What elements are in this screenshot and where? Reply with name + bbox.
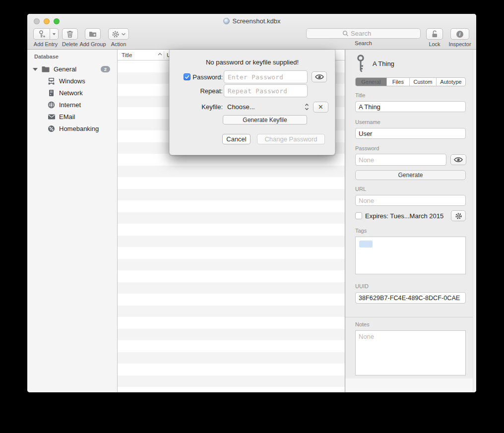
inspector-group: i Inspector: [448, 28, 472, 47]
cancel-button[interactable]: Cancel: [222, 134, 251, 144]
info-icon: i: [456, 31, 463, 38]
tab-autotype[interactable]: Autotype: [437, 78, 465, 86]
action-label: Action: [111, 41, 126, 47]
username-field[interactable]: [355, 128, 466, 139]
inspector-header: A Thing: [355, 54, 466, 73]
inspector-scrollbar[interactable]: [473, 50, 476, 392]
delete-button[interactable]: [62, 28, 78, 40]
inspector-label: Inspector: [448, 41, 471, 47]
url-field[interactable]: [355, 195, 466, 206]
generate-password-button[interactable]: Generate: [355, 170, 466, 180]
search-group: Search: [306, 28, 421, 46]
expires-label: Expires: Tues...March 2015: [365, 212, 449, 220]
sheet-repeat-label: Repeat:: [200, 87, 223, 95]
lock-button[interactable]: [426, 28, 443, 40]
notes-field-label: Notes: [355, 321, 466, 327]
sidebar-section-header: Database: [27, 50, 117, 60]
app-window: Screenshot.kdbx Add Entry: [27, 14, 476, 392]
stepper-icon: [305, 103, 309, 111]
clear-keyfile-button[interactable]: ×: [313, 102, 328, 113]
uuid-field[interactable]: [355, 292, 466, 304]
generate-keyfile-button[interactable]: Generate Keyfile: [223, 115, 307, 124]
keyfile-value: Choose...: [227, 103, 305, 111]
chevron-down-icon: [53, 33, 56, 35]
entry-title: A Thing: [373, 60, 394, 67]
add-entry-label: Add Entry: [34, 41, 58, 47]
password-field[interactable]: [355, 154, 446, 166]
sort-ascending-icon: [158, 53, 162, 56]
inspector-panel: A Thing General Files Custom Autotype Ti…: [345, 50, 476, 392]
sidebar-item-email[interactable]: EMail: [27, 111, 117, 123]
expires-settings-button[interactable]: [451, 210, 466, 221]
action-button[interactable]: [108, 28, 129, 40]
delete-group: Delete: [60, 28, 80, 47]
trash-icon: [66, 30, 74, 38]
reveal-password-button[interactable]: [450, 154, 466, 165]
document-proxy-icon[interactable]: [223, 18, 230, 24]
windows-network-icon: [47, 77, 56, 85]
gear-icon: [455, 212, 462, 220]
tab-files[interactable]: Files: [387, 78, 410, 86]
disclosure-triangle-icon[interactable]: [33, 68, 38, 71]
title-field-label: Title: [355, 92, 466, 98]
title-field[interactable]: [355, 101, 466, 112]
section-divider: [345, 317, 476, 317]
sidebar-item-internet[interactable]: Internet: [27, 99, 117, 111]
change-password-sheet: No password or keyfile supplied! Passwor…: [169, 50, 335, 155]
add-group-button[interactable]: [85, 28, 101, 40]
close-x-icon: ×: [318, 103, 323, 112]
sidebar-item-windows[interactable]: Windows: [27, 75, 117, 87]
window-title: Screenshot.kdbx: [27, 17, 476, 25]
password-checkbox[interactable]: [184, 73, 190, 80]
sidebar-item-label: Network: [59, 89, 83, 97]
uuid-field-label: UUID: [355, 283, 466, 289]
notes-field[interactable]: [355, 330, 466, 375]
entry-count-badge: 2: [101, 66, 110, 72]
sidebar-item-general[interactable]: General 2: [27, 63, 117, 75]
search-input[interactable]: [351, 30, 417, 37]
eye-icon: [453, 156, 463, 163]
column-divider[interactable]: [164, 51, 164, 59]
percent-coin-icon: [48, 125, 55, 132]
keyfile-popup[interactable]: Choose...: [224, 101, 309, 113]
url-field-label: URL: [355, 186, 466, 192]
sidebar-item-homebanking[interactable]: Homebanking: [27, 123, 117, 134]
tag-pill[interactable]: [359, 241, 373, 247]
inspector-footer: [345, 378, 473, 392]
add-entry-button[interactable]: [33, 28, 59, 40]
change-password-button[interactable]: Change Password: [257, 134, 325, 144]
add-entry-dropdown[interactable]: [50, 28, 59, 40]
server-icon: [48, 89, 55, 97]
search-icon: [342, 30, 349, 37]
column-header-title[interactable]: Title: [122, 52, 132, 58]
search-box[interactable]: [306, 28, 421, 39]
add-group-label: Add Group: [79, 41, 106, 47]
add-entry-group: Add Entry: [31, 28, 60, 47]
inspector-tabs: General Files Custom Autotype: [355, 77, 466, 86]
envelope-icon: [48, 114, 56, 120]
check-icon: [185, 75, 189, 79]
chevron-down-icon: [122, 33, 126, 36]
sidebar-item-label: Internet: [59, 101, 81, 109]
sidebar-item-network[interactable]: Network: [27, 87, 117, 99]
folder-plus-icon: [88, 30, 97, 38]
tags-field[interactable]: [355, 237, 466, 274]
action-group: Action: [108, 28, 129, 47]
search-label: Search: [355, 40, 372, 46]
sheet-keyfile-label: Keyfile:: [201, 103, 223, 111]
window-header: Screenshot.kdbx Add Entry: [27, 14, 476, 50]
sheet-repeat-input[interactable]: [224, 84, 308, 97]
sheet-password-input[interactable]: [224, 70, 308, 83]
gear-icon: [112, 30, 120, 38]
expires-checkbox[interactable]: [355, 212, 362, 219]
unlocked-padlock-icon: [431, 30, 439, 38]
tab-general[interactable]: General: [356, 78, 387, 86]
add-entry-key-icon[interactable]: [33, 28, 50, 40]
eye-icon: [315, 73, 324, 80]
inspector-button[interactable]: i: [450, 28, 469, 40]
password-field-label: Password: [355, 145, 466, 151]
tab-custom[interactable]: Custom: [410, 78, 437, 86]
sheet-reveal-password-button[interactable]: [312, 71, 327, 82]
tags-field-label: Tags: [355, 228, 466, 234]
add-group-group: Add Group: [79, 28, 107, 47]
